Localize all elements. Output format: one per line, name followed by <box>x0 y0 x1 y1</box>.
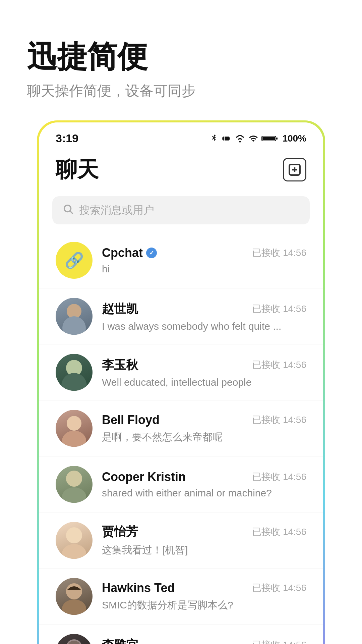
face-li-svg <box>56 354 93 391</box>
avatar-bell <box>56 410 93 447</box>
chat-time-li: 已接收 14:56 <box>252 359 306 371</box>
avatar-hawkins <box>56 578 93 615</box>
app-header: 聊天 <box>39 148 323 191</box>
chat-preview-jia: 这集我看过！[机智] <box>102 543 306 557</box>
avatar-li <box>56 354 93 391</box>
chat-content-bell: Bell Floyd 已接收 14:56 是啊，要不然怎么来帝都呢 <box>102 413 306 444</box>
chat-name-jia: 贾怡芳 <box>102 524 138 540</box>
chat-content-li: 李玉秋 已接收 14:56 Well educated, intellectua… <box>102 357 306 388</box>
chat-name-cpchat: Cpchat ✓ <box>102 246 157 260</box>
chat-item-cooper[interactable]: Cooper Kristin 已接收 14:56 shared with eit… <box>39 457 323 513</box>
chat-content-liya: 李雅宜 已接收 14:56 Are we human because of un… <box>102 637 306 644</box>
chat-time-hawkins: 已接收 14:56 <box>252 582 306 594</box>
chat-preview-bell: 是啊，要不然怎么来帝都呢 <box>102 430 306 444</box>
status-icons: 100% <box>209 133 306 144</box>
search-icon <box>62 203 74 217</box>
chat-content-jia: 贾怡芳 已接收 14:56 这集我看过！[机智] <box>102 524 306 557</box>
face-hawkins-svg <box>56 578 93 615</box>
chat-content-cpchat: Cpchat ✓ 已接收 14:56 hi <box>102 246 306 275</box>
svg-point-16 <box>62 487 86 503</box>
svg-point-12 <box>61 373 87 391</box>
chat-top-row-zhao: 赵世凯 已接收 14:56 <box>102 301 306 317</box>
chat-preview-cpchat: hi <box>102 263 306 275</box>
svg-point-6 <box>64 205 71 212</box>
avatar-zhao <box>56 298 93 335</box>
svg-point-19 <box>66 583 82 599</box>
svg-point-18 <box>62 544 86 559</box>
chat-content-zhao: 赵世凯 已接收 14:56 I was always somebody who … <box>102 301 306 332</box>
plus-square-icon <box>288 163 302 177</box>
page-subheadline: 聊天操作简便，设备可同步 <box>27 82 335 100</box>
chat-name-bell: Bell Floyd <box>102 413 160 427</box>
status-time: 3:19 <box>56 132 78 145</box>
search-bar[interactable]: 搜索消息或用户 <box>52 196 310 224</box>
phone-frame: 3:19 <box>37 120 325 644</box>
chat-top-row-cooper: Cooper Kristin 已接收 14:56 <box>102 470 306 484</box>
chat-item-cpchat[interactable]: 🔗 Cpchat ✓ 已接收 14:56 hi <box>39 232 323 288</box>
chat-name-hawkins: Hawkins Ted <box>102 581 175 595</box>
svg-point-15 <box>66 471 82 487</box>
chat-item-liya[interactable]: 李雅宜 已接收 14:56 Are we human because of un… <box>39 625 323 644</box>
chat-time-liya: 已接收 14:56 <box>252 639 306 644</box>
face-cooper-svg <box>56 466 93 503</box>
chat-item-bell[interactable]: Bell Floyd 已接收 14:56 是啊，要不然怎么来帝都呢 <box>39 400 323 457</box>
add-chat-button[interactable] <box>283 158 306 181</box>
page-headline: 迅捷简便 <box>27 40 335 73</box>
chat-top-row-hawkins: Hawkins Ted 已接收 14:56 <box>102 581 306 595</box>
app-title: 聊天 <box>56 155 99 184</box>
face-zhao-svg <box>56 298 93 335</box>
chat-top-row-liya: 李雅宜 已接收 14:56 <box>102 637 306 644</box>
face-bell-svg <box>56 410 93 447</box>
avatar-cooper <box>56 466 93 503</box>
avatar-jia <box>56 522 93 559</box>
face-liya-svg <box>56 634 93 644</box>
chat-item-li[interactable]: 李玉秋 已接收 14:56 Well educated, intellectua… <box>39 344 323 400</box>
chat-content-cooper: Cooper Kristin 已接收 14:56 shared with eit… <box>102 470 306 499</box>
signal-icon <box>249 134 258 143</box>
battery-percent: 100% <box>282 133 306 144</box>
chat-top-row-bell: Bell Floyd 已接收 14:56 <box>102 413 306 427</box>
chat-time-jia: 已接收 14:56 <box>252 526 306 538</box>
chat-name-li: 李玉秋 <box>102 357 138 373</box>
chat-preview-cooper: shared with either animal or machine? <box>102 487 306 499</box>
chat-top-row-jia: 贾怡芳 已接收 14:56 <box>102 524 306 540</box>
svg-rect-1 <box>262 137 275 140</box>
chat-time-cooper: 已接收 14:56 <box>252 471 306 483</box>
chat-item-jia[interactable]: 贾怡芳 已接收 14:56 这集我看过！[机智] <box>39 513 323 569</box>
page-header: 迅捷简便 聊天操作简便，设备可同步 <box>0 0 362 120</box>
status-bar: 3:19 <box>39 122 323 148</box>
bluetooth-icon <box>209 134 219 143</box>
chat-preview-zhao: I was always somebody who felt quite ... <box>102 321 306 332</box>
svg-point-13 <box>67 416 81 431</box>
chat-preview-li: Well educated, intellectual people <box>102 377 306 388</box>
chat-top-row-cpchat: Cpchat ✓ 已接收 14:56 <box>102 246 306 260</box>
chat-item-zhao[interactable]: 赵世凯 已接收 14:56 I was always somebody who … <box>39 288 323 344</box>
chat-list: 🔗 Cpchat ✓ 已接收 14:56 hi <box>39 232 323 644</box>
vibrate-icon <box>222 134 231 143</box>
verified-badge: ✓ <box>146 248 157 258</box>
chat-name-zhao: 赵世凯 <box>102 301 138 317</box>
chat-name-liya: 李雅宜 <box>102 637 138 644</box>
chat-preview-hawkins: SMIC的数据分析是写脚本么? <box>102 598 306 612</box>
svg-point-14 <box>62 431 86 447</box>
svg-point-17 <box>66 527 82 543</box>
chat-time-zhao: 已接收 14:56 <box>252 303 306 315</box>
svg-point-20 <box>62 599 86 615</box>
chat-name-cooper: Cooper Kristin <box>102 470 186 484</box>
search-placeholder-text: 搜索消息或用户 <box>79 203 154 218</box>
battery-icon <box>261 134 279 143</box>
chat-time-cpchat: 已接收 14:56 <box>252 247 306 259</box>
chat-item-hawkins[interactable]: Hawkins Ted 已接收 14:56 SMIC的数据分析是写脚本么? <box>39 569 323 625</box>
chat-top-row-li: 李玉秋 已接收 14:56 <box>102 357 306 373</box>
chat-time-bell: 已接收 14:56 <box>252 414 306 426</box>
chat-content-hawkins: Hawkins Ted 已接收 14:56 SMIC的数据分析是写脚本么? <box>102 581 306 612</box>
svg-point-9 <box>62 316 86 335</box>
phone-inner: 3:19 <box>39 122 323 644</box>
svg-line-7 <box>70 211 73 214</box>
face-jia-svg <box>56 522 93 559</box>
wifi-icon <box>235 134 245 143</box>
svg-rect-2 <box>276 138 278 140</box>
avatar-cpchat: 🔗 <box>56 242 93 279</box>
avatar-liya <box>56 634 93 644</box>
